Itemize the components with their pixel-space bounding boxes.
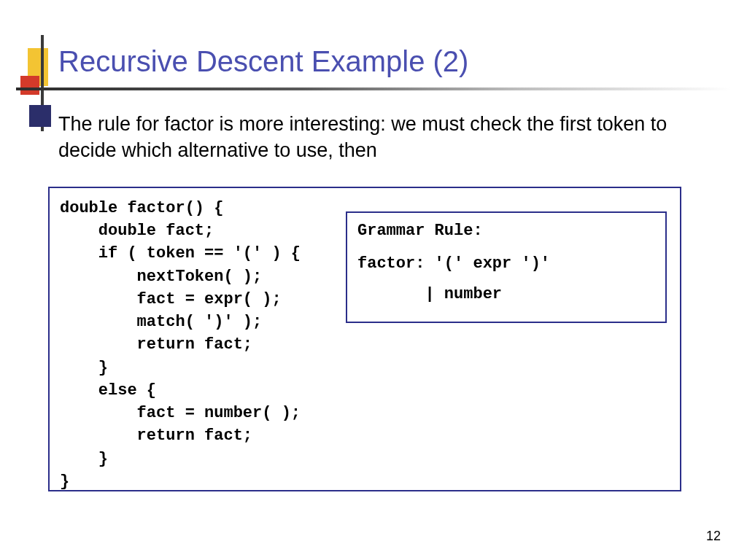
grammar-line-1: factor: '(' expr ')' (357, 249, 655, 279)
slide: Recursive Descent Example (2) The rule f… (0, 0, 747, 560)
deco-square-navy (29, 105, 51, 127)
slide-body-text: The rule for factor is more interesting:… (58, 111, 700, 164)
deco-horizontal-line (16, 88, 731, 90)
page-number: 12 (706, 529, 721, 544)
slide-title: Recursive Descent Example (2) (58, 45, 468, 78)
grammar-rule-box: Grammar Rule: factor: '(' expr ')' | num… (346, 211, 667, 323)
grammar-line-2: | number (357, 279, 655, 310)
grammar-heading: Grammar Rule: (357, 222, 655, 240)
deco-square-red (20, 76, 39, 95)
